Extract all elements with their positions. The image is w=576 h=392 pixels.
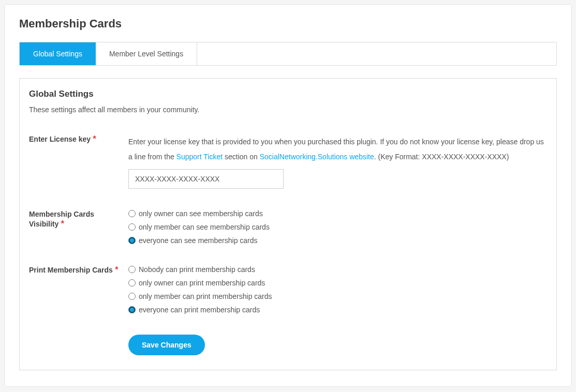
print-radio-member-label[interactable]: only member can print membership cards (139, 292, 272, 300)
print-radio-member[interactable] (128, 293, 136, 300)
license-help-text: Enter your license key that is provided … (128, 134, 547, 165)
visibility-option-owner: only owner can see membership cards (128, 209, 547, 218)
visibility-radio-member-label[interactable]: only member can see membership cards (139, 223, 270, 231)
required-mark: * (115, 265, 118, 274)
save-button[interactable]: Save Changes (128, 335, 205, 355)
print-radio-nobody[interactable] (128, 266, 136, 273)
tab-global-settings[interactable]: Global Settings (20, 42, 96, 65)
page-title: Membership Cards (19, 17, 557, 31)
page-container: Membership Cards Global Settings Member … (4, 4, 572, 387)
visibility-label-col: Membership Cards Visibility * (29, 209, 128, 230)
button-row: Save Changes (29, 335, 547, 355)
print-radio-everyone-label[interactable]: everyone can print membership cards (139, 306, 260, 314)
box-heading: Global Settings (29, 89, 547, 99)
print-option-member: only member can print membership cards (128, 292, 547, 300)
print-row: Print Membership Cards * Nobody can prin… (29, 265, 547, 314)
settings-box: Global Settings These settings affect al… (19, 78, 557, 370)
visibility-option-member: only member can see membership cards (128, 223, 547, 231)
required-mark: * (93, 134, 96, 143)
tab-member-level-settings[interactable]: Member Level Settings (96, 42, 197, 65)
box-subtext: These settings affect all members in you… (29, 105, 547, 114)
required-mark: * (61, 219, 64, 228)
print-option-nobody: Nobody can print membership cards (128, 265, 547, 274)
print-radio-everyone[interactable] (128, 306, 136, 313)
visibility-radio-everyone[interactable] (128, 237, 136, 244)
license-label: Enter License key (29, 135, 91, 143)
visibility-radio-everyone-label[interactable]: everyone can see membership cards (139, 236, 258, 245)
visibility-radio-owner-label[interactable]: only owner can see membership cards (139, 209, 263, 218)
visibility-radio-member[interactable] (128, 223, 136, 231)
visibility-content: only owner can see membership cards only… (128, 209, 547, 245)
print-label: Print Membership Cards (29, 266, 113, 274)
print-option-owner: only owner can print membership cards (128, 279, 547, 287)
print-label-col: Print Membership Cards * (29, 265, 128, 276)
license-row: Enter License key * Enter your license k… (29, 134, 547, 189)
visibility-option-everyone: everyone can see membership cards (128, 236, 547, 245)
license-help-suffix: . (Key Format: XXXX-XXXX-XXXX-XXXX) (374, 153, 509, 161)
print-radio-group: Nobody can print membership cards only o… (128, 265, 547, 314)
tabs-bar: Global Settings Member Level Settings (19, 42, 557, 66)
sns-website-link[interactable]: SocialNetworking.Solutions website (260, 153, 374, 161)
print-radio-owner-label[interactable]: only owner can print membership cards (139, 279, 265, 287)
support-ticket-link[interactable]: Support Ticket (176, 153, 223, 161)
license-help-mid: section on (223, 153, 260, 161)
license-label-col: Enter License key * (29, 134, 128, 145)
print-radio-nobody-label[interactable]: Nobody can print membership cards (139, 265, 255, 274)
license-content: Enter your license key that is provided … (128, 134, 547, 189)
license-key-input[interactable] (128, 169, 284, 189)
visibility-row: Membership Cards Visibility * only owner… (29, 209, 547, 245)
print-radio-owner[interactable] (128, 279, 136, 287)
visibility-radio-group: only owner can see membership cards only… (128, 209, 547, 245)
print-option-everyone: everyone can print membership cards (128, 306, 547, 314)
visibility-radio-owner[interactable] (128, 210, 136, 217)
print-content: Nobody can print membership cards only o… (128, 265, 547, 314)
